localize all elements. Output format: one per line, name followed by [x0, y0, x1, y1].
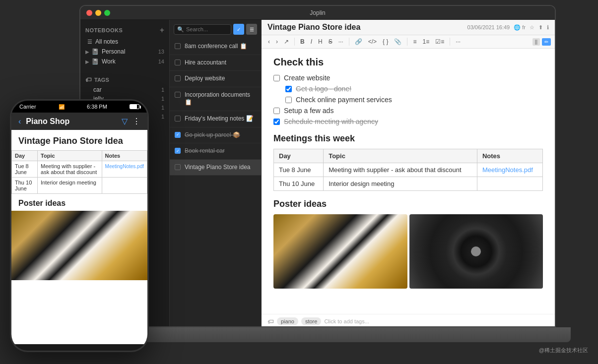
search-bar: 🔍 Search... ✓ ☰	[170, 20, 261, 39]
check-icon: ✓	[237, 27, 241, 32]
bold-button[interactable]: B	[298, 37, 307, 46]
add-tag-label[interactable]: Click to add tags...	[324, 318, 369, 324]
edit-button[interactable]: ✏	[542, 38, 551, 46]
toolbar-separator	[407, 38, 407, 46]
note-item-parcel[interactable]: ✓ Go pick up parcel 📦	[170, 127, 261, 144]
tags-header: 🏷 TAGS	[80, 74, 169, 85]
table-row: Thu 10 June Interior design meeting	[274, 177, 543, 191]
phone-table-cell-day: Tue 8 June	[12, 161, 38, 178]
more-formatting-button[interactable]: ···	[336, 37, 346, 46]
checklist-text: Schedule meeting with agency	[284, 118, 378, 125]
checkbox-agency[interactable]	[273, 119, 280, 125]
maximize-dot[interactable]	[104, 10, 110, 16]
checklist-button[interactable]: ☑≡	[433, 37, 447, 46]
phone-meeting-notes-link[interactable]: MeetingNotes.pdf	[105, 164, 144, 169]
note-item-piano[interactable]: Vintage Piano Store idea	[170, 160, 261, 176]
phone-table-cell-notes	[102, 178, 147, 194]
toolbar-separator	[450, 38, 450, 46]
editor-meta: 03/06/2021 16:49 🌐 fr ☆ ⬆ ℹ	[467, 24, 549, 31]
editor-doc-title: Vintage Piano Store idea	[267, 23, 360, 32]
note-checkbox[interactable]	[175, 43, 181, 49]
notebook-icon: 📓	[91, 48, 99, 55]
link-button[interactable]: 🔗	[352, 37, 365, 46]
toggle-view-button[interactable]: ||	[532, 38, 540, 46]
tag-store-badge[interactable]: store	[301, 317, 321, 325]
meetings-table: Day Topic Notes Tue 8 June Meeting with …	[273, 149, 543, 191]
piano-keys-image	[273, 214, 407, 289]
search-icon: 🔍	[177, 26, 184, 33]
table-cell-notes	[477, 177, 542, 191]
italic-button[interactable]: I	[308, 37, 315, 46]
search-box[interactable]: 🔍 Search...	[174, 24, 231, 35]
note-text: Hire accountant	[185, 59, 226, 67]
checkbox-payment[interactable]	[285, 97, 292, 103]
add-notebook-button[interactable]: +	[160, 26, 164, 35]
phone-back-button[interactable]: ‹	[18, 117, 21, 126]
table-header-notes: Notes	[477, 149, 542, 163]
phone-table-header-topic: Topic	[38, 151, 102, 161]
note-item-accountant[interactable]: Hire accountant	[170, 55, 261, 71]
highlight-button[interactable]: H	[316, 37, 325, 46]
code-block-button[interactable]: { }	[380, 37, 391, 46]
note-item-deploy[interactable]: Deploy website	[170, 71, 261, 87]
minimize-dot[interactable]	[95, 10, 101, 16]
phone-meetings-table: Day Topic Notes Tue 8 June Meeting with …	[11, 150, 147, 194]
note-checkbox[interactable]: ✓	[175, 132, 181, 138]
checkbox-logo[interactable]	[285, 86, 292, 92]
note-checkbox[interactable]	[175, 60, 181, 65]
strikethrough-button[interactable]: S	[326, 37, 335, 46]
checklist-item-payment: Check online payment services	[285, 96, 543, 104]
wifi-icon: 📶	[59, 104, 65, 110]
search-toggle-button[interactable]: ✓	[233, 24, 244, 35]
notes-icon: ☰	[87, 39, 92, 45]
phone-more-button[interactable]: ⋮	[133, 117, 140, 126]
external-edit-button[interactable]: ↗	[281, 37, 291, 46]
close-dot[interactable]	[86, 10, 92, 16]
note-item-friday[interactable]: Friday's Meeting notes 📝	[170, 111, 261, 127]
phone-nav-bar: ‹ Piano Shop ▽ ⋮	[11, 113, 147, 130]
info-icon[interactable]: ℹ	[547, 24, 549, 31]
more-options-button[interactable]: ···	[453, 37, 463, 46]
attach-button[interactable]: 📎	[392, 37, 404, 46]
nav-back-button[interactable]: ‹	[266, 37, 272, 46]
vinyl-record-image	[409, 214, 543, 289]
meeting-notes-link[interactable]: MeetingNotes.pdf	[482, 166, 533, 174]
table-cell-topic: Interior design meeting	[324, 177, 477, 191]
code-button[interactable]: </>	[366, 37, 379, 46]
search-filter-button[interactable]: ☰	[246, 24, 257, 35]
sidebar-item-work[interactable]: ▶ 📓 Work 14	[80, 57, 169, 66]
phone-table-header-notes: Notes	[102, 151, 147, 161]
section-check-this: Check this	[273, 57, 543, 68]
note-checkbox[interactable]	[175, 164, 181, 170]
note-checkbox[interactable]: ✓	[175, 148, 181, 154]
tag-piano-badge[interactable]: piano	[277, 317, 298, 325]
personal-label: Personal	[102, 48, 125, 55]
nav-forward-button[interactable]: ›	[273, 37, 280, 46]
phone-nav-title: Piano Shop	[26, 117, 117, 126]
note-checkbox[interactable]	[175, 75, 181, 81]
sidebar-item-all-notes[interactable]: ☰ All notes	[80, 37, 169, 47]
poster-image-vinyl	[409, 214, 543, 289]
checkbox-create-website[interactable]	[273, 75, 280, 81]
checklist-item-create-website: Create website	[273, 74, 543, 82]
phone-status-bar: Carrier 📶 6:38 PM	[11, 101, 147, 113]
star-icon[interactable]: ☆	[530, 24, 534, 31]
sidebar-item-tag-car[interactable]: car 1	[80, 85, 169, 94]
share-icon[interactable]: ⬆	[538, 24, 543, 31]
phone-filter-button[interactable]: ▽	[122, 117, 128, 126]
ul-button[interactable]: ≡	[410, 37, 419, 46]
checklist-text: Get a logo - done!	[296, 85, 351, 93]
note-text: Vintage Piano Store idea	[185, 164, 251, 172]
note-checkbox[interactable]	[175, 92, 181, 98]
sidebar-item-personal[interactable]: ▶ 📓 Personal 13	[80, 47, 169, 57]
note-checkbox[interactable]	[175, 116, 181, 121]
ol-button[interactable]: 1≡	[420, 37, 432, 46]
phone-table-cell-topic: Meeting with supplier - ask about that d…	[38, 161, 102, 178]
note-item-incorporation[interactable]: Incorporation documents 📋	[170, 87, 261, 111]
poster-image-piano	[273, 214, 407, 289]
phone-poster-title: Poster ideas	[11, 194, 147, 211]
section-poster-ideas: Poster ideas	[273, 199, 543, 209]
checkbox-ads[interactable]	[273, 108, 280, 114]
note-item-conference[interactable]: 8am conference call 📋	[170, 39, 261, 55]
note-item-rental[interactable]: ✓ Book rental car	[170, 143, 261, 160]
